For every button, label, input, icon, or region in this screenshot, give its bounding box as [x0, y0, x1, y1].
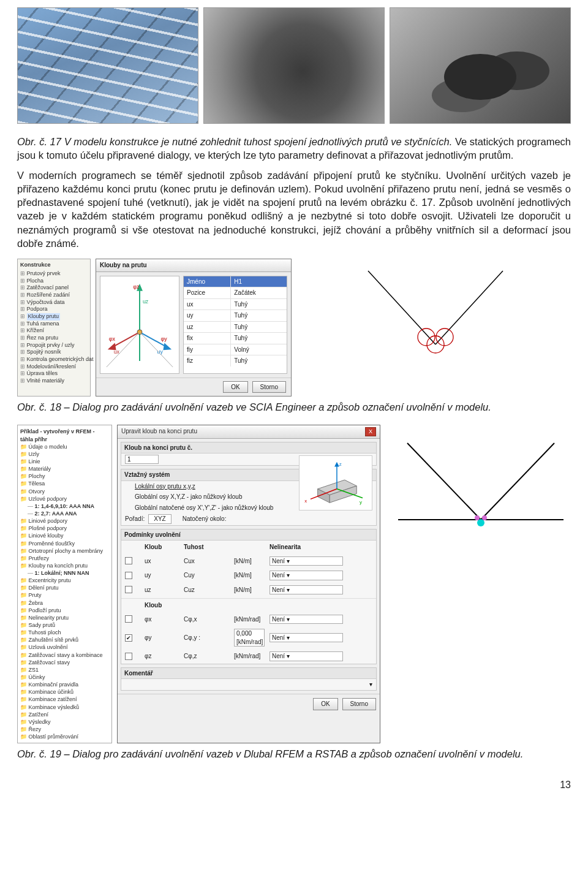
rfem-tree-item[interactable]: Nelinearity prutu: [20, 614, 109, 621]
rfem-sec1-title: Kloub na konci prutu č.: [121, 442, 376, 454]
rfem-tree-item[interactable]: Ortotropní plochy a membrány: [20, 547, 109, 555]
rfem-tree-item[interactable]: Plochy: [20, 472, 109, 480]
rfem-tree-item[interactable]: Kombinační pravidla: [20, 681, 109, 688]
radio-global-rotated[interactable]: [125, 504, 131, 510]
scia-tree-item[interactable]: Řez na prutu: [20, 335, 88, 342]
scia-tree-item[interactable]: Plocha: [20, 278, 88, 285]
rfem-tree-item[interactable]: Výsledky: [20, 718, 109, 726]
scia-tree-item[interactable]: Tuhá ramena: [20, 321, 88, 328]
rfem-condition-row: φzCφ,z [kNm/rad]Není ▾: [121, 649, 376, 664]
scia-tree-item[interactable]: Výpočtová data: [20, 299, 88, 306]
rfem-tree-item[interactable]: Kombinace účinků: [20, 688, 109, 696]
rfem-condition-row: φyCφ,y :0,000 [kNm/rad]Není ▾: [121, 626, 376, 649]
scia-tree-item[interactable]: Kontrola geometrických dat: [20, 356, 88, 363]
nonlinearity-dropdown[interactable]: Není ▾: [270, 556, 343, 566]
close-icon[interactable]: X: [365, 427, 376, 436]
checkbox[interactable]: [125, 557, 132, 564]
rfem-tree-item[interactable]: Linie: [20, 458, 109, 465]
rfem-tree-item[interactable]: Otvory: [20, 488, 109, 495]
scia-prop-row: fizTuhý: [184, 355, 287, 366]
nonlinearity-dropdown[interactable]: Není ▾: [270, 571, 343, 580]
rfem-sec4-title: Komentář: [121, 668, 376, 680]
rfem-dialog: Upravit kloub na konci prutu X Kloub na …: [117, 425, 380, 743]
rfem-tree-item[interactable]: Liniové klouby: [20, 532, 109, 539]
rfem-tree-item[interactable]: Kombinace výsledků: [20, 704, 109, 711]
nonlinearity-dropdown[interactable]: Není ▾: [270, 615, 343, 624]
rfem-tree-item[interactable]: Účinky: [20, 674, 109, 681]
scia-tree-item[interactable]: Křížení: [20, 327, 88, 335]
rfem-tree-item[interactable]: Excentricity prutu: [20, 577, 109, 584]
stiffness-value: [kN/m]: [234, 571, 265, 580]
rfem-tree-item[interactable]: Zahuštění sítě prvků: [20, 636, 109, 643]
rfem-tree-item[interactable]: Zatížení: [20, 711, 109, 718]
scia-tree-item[interactable]: Úprava těles: [20, 370, 88, 378]
rfem-tree-item[interactable]: Řezy: [20, 726, 109, 733]
rfem-tree-item[interactable]: Dělení prutu: [20, 584, 109, 591]
nonlinearity-dropdown[interactable]: Není ▾: [270, 651, 343, 661]
checkbox[interactable]: [125, 653, 132, 660]
cancel-button[interactable]: Storno: [252, 381, 286, 393]
svg-point-32: [475, 515, 480, 520]
rfem-tree-item[interactable]: Liniové podpory: [20, 517, 109, 525]
scia-prop-row: fixTuhý: [184, 333, 287, 344]
rfem-tree-item[interactable]: Uzly: [20, 450, 109, 458]
rfem-tree-item[interactable]: Plošné podpory: [20, 525, 109, 532]
scia-tree-item[interactable]: Rozšířené zadání: [20, 292, 88, 299]
prop-key: fix: [184, 333, 231, 344]
rfem-tree-item[interactable]: Údaje o modelu: [20, 443, 109, 450]
rfem-tree-item[interactable]: Tělesa: [20, 480, 109, 487]
prop-value: Tuhý: [231, 333, 287, 344]
rfem-condition-row: uyCuy [kN/m]Není ▾: [121, 568, 376, 583]
scia-tree-item[interactable]: Zatěžovací panel: [20, 284, 88, 292]
rfem-tree-item[interactable]: Materiály: [20, 465, 109, 472]
checkbox[interactable]: [125, 572, 132, 579]
scia-tree-item[interactable]: Modelování/kreslení: [20, 363, 88, 371]
ok-button[interactable]: OK: [223, 381, 247, 393]
checkbox[interactable]: [125, 634, 132, 642]
rfem-tree-item[interactable]: Tuhosti ploch: [20, 629, 109, 636]
rfem-tree-item[interactable]: Podloží prutu: [20, 607, 109, 614]
scia-tree-title: Konstrukce: [20, 262, 88, 269]
stiffness-value[interactable]: 0,000 [kNm/rad]: [234, 629, 265, 647]
rfem-tree-item[interactable]: 2: 2,7: AAA ANA: [28, 510, 109, 517]
figure-19: Příklad - vytvořený v RFEM - táhla příhr…: [17, 425, 571, 743]
rfem-tree-item[interactable]: Uzlová uvolnění: [20, 643, 109, 651]
checkbox[interactable]: [125, 586, 132, 593]
rfem-tree-item[interactable]: ZS1: [20, 666, 109, 674]
rfem-ok-button[interactable]: OK: [313, 698, 337, 710]
svg-marker-22: [334, 462, 339, 467]
comment-input[interactable]: [125, 680, 366, 689]
checkbox[interactable]: [125, 615, 132, 623]
rfem-tree-item[interactable]: Zatěžovací stavy: [20, 659, 109, 666]
scia-tree-item[interactable]: Vlnité materiály: [20, 378, 88, 385]
radio-global-axes[interactable]: [125, 494, 131, 500]
rfem-tree-item[interactable]: Prutřezy: [20, 555, 109, 562]
nonlinearity-dropdown[interactable]: Není ▾: [270, 585, 343, 595]
nonlinearity-dropdown[interactable]: Není ▾: [270, 633, 343, 643]
caption-18: Obr. č. 18 – Dialog pro zadávání uvolněn…: [17, 400, 571, 414]
rfem-tree-item[interactable]: Kombinace zatížení: [20, 696, 109, 703]
rfem-hinge-number-input[interactable]: [125, 455, 159, 464]
scia-tree-item[interactable]: Podpora: [20, 306, 88, 313]
rfem-tree-item[interactable]: Klouby na koncích prutu: [20, 562, 109, 569]
rfem-tree-item[interactable]: 1: 1,4-6,9,10: AAA NNA: [28, 503, 109, 510]
scia-screenshot: Konstrukce Prutový prvekPlochaZatěžovací…: [17, 259, 292, 397]
rfem-cancel-button[interactable]: Storno: [342, 698, 376, 710]
stiffness-symbol: Cφ,z: [184, 652, 219, 661]
scia-tree-item[interactable]: Klouby prutu: [20, 313, 88, 321]
prop-value: Tuhý: [231, 310, 287, 321]
rfem-tree-item[interactable]: Žebra: [20, 599, 109, 607]
rfem-tree-item[interactable]: Oblastí průměrování: [20, 733, 109, 740]
svg-point-16: [436, 328, 453, 346]
rfem-tree-item[interactable]: Pruty: [20, 591, 109, 599]
rfem-tree-item[interactable]: Proměnné tloušťky: [20, 540, 109, 547]
scia-tree-item[interactable]: Prutový prvek: [20, 270, 88, 278]
rfem-tree-item[interactable]: Sady prutů: [20, 621, 109, 629]
scia-tree-item[interactable]: Propojit prvky / uzly: [20, 342, 88, 349]
rfem-tree-item[interactable]: Zatěžovací stavy a kombinace: [20, 651, 109, 659]
radio-local-axes[interactable]: [125, 483, 131, 489]
poradi-dropdown[interactable]: XYZ: [148, 514, 171, 524]
rfem-tree-item[interactable]: Uzlové podpory: [20, 495, 109, 503]
scia-tree-item[interactable]: Spojitý nosník: [20, 349, 88, 356]
scia-dialog-footer: OK Storno: [96, 378, 291, 397]
